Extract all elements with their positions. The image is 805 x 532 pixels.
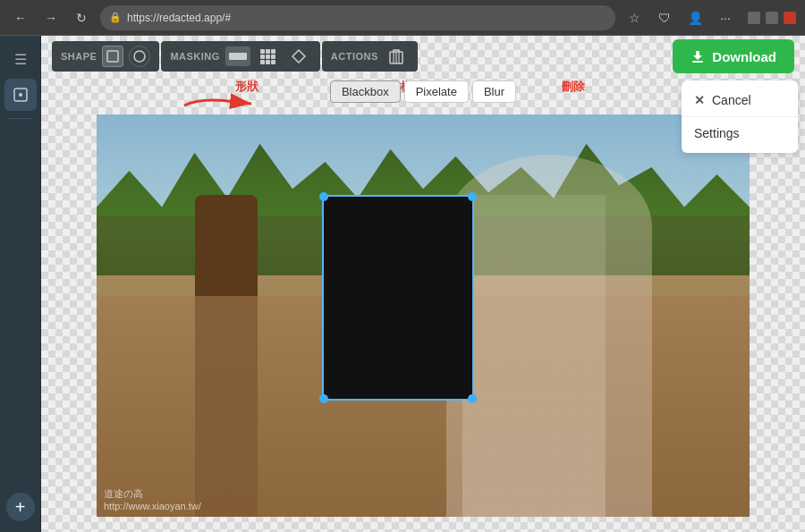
lock-icon: 🔒: [109, 12, 122, 23]
masking-diamond-button[interactable]: [286, 46, 311, 66]
image-canvas: 道途の高 http://www.xiaoyan.tw/: [97, 114, 750, 517]
cancel-item[interactable]: ✕ Cancel: [682, 88, 798, 113]
actions-label: ACTIONS: [331, 51, 378, 62]
cancel-label: Cancel: [712, 93, 751, 107]
pixelate-button[interactable]: Pixelate: [404, 80, 469, 103]
back-button[interactable]: ←: [9, 6, 32, 30]
bookmark-button[interactable]: ☆: [623, 6, 646, 30]
masking-section: MASKING: [161, 41, 319, 72]
masking-type-bar: Blackbox Pixelate Blur: [330, 80, 516, 103]
minimize-button[interactable]: [748, 12, 760, 24]
download-button[interactable]: Download: [673, 39, 794, 73]
side-panel: ✕ Cancel Settings: [682, 80, 798, 153]
blackbox-button[interactable]: Blackbox: [330, 80, 401, 103]
main-content: SHAPE MASKING: [41, 36, 805, 532]
delete-action-button[interactable]: [384, 46, 409, 66]
sidebar-pages-button[interactable]: ☰: [4, 43, 37, 75]
sidebar-edit-button[interactable]: [4, 79, 37, 111]
shape-rect-button[interactable]: [102, 46, 123, 67]
photo-background: 道途の高 http://www.xiaoyan.tw/: [97, 114, 750, 517]
watermark-line1: 道途の高: [104, 487, 201, 501]
panel-divider: [682, 116, 798, 117]
refresh-button[interactable]: ↻: [70, 6, 93, 30]
shape-label: SHAPE: [61, 51, 97, 62]
more-button[interactable]: ···: [714, 6, 737, 30]
shape-circle-button[interactable]: [129, 46, 150, 67]
forward-button[interactable]: →: [39, 6, 63, 30]
close-button[interactable]: [784, 12, 796, 24]
settings-label: Settings: [694, 126, 740, 140]
watermark-line2: http://www.xiaoyan.tw/: [104, 501, 201, 511]
download-label: Download: [712, 49, 776, 64]
profile-button[interactable]: 👤: [683, 6, 707, 30]
toolbar: SHAPE MASKING: [41, 36, 805, 77]
svg-point-1: [19, 93, 22, 97]
window-controls: [748, 12, 796, 24]
maximize-button[interactable]: [766, 12, 778, 24]
sidebar-add-button[interactable]: +: [6, 493, 35, 521]
url-text: https://redacted.app/#: [127, 12, 231, 24]
handle-bl[interactable]: [319, 394, 328, 403]
handle-tr[interactable]: [468, 192, 477, 201]
handle-tl[interactable]: [319, 192, 328, 201]
mask-box[interactable]: [322, 195, 474, 401]
shield-button[interactable]: 🛡: [653, 6, 676, 30]
sidebar: ☰ +: [0, 36, 41, 532]
arrow-annotation: [175, 79, 265, 127]
svg-point-4: [134, 51, 145, 62]
watermark: 道途の高 http://www.xiaoyan.tw/: [104, 487, 201, 511]
browser-chrome: ← → ↻ 🔒 https://redacted.app/# ☆ 🛡 👤 ···: [0, 0, 805, 36]
delete-annotation: 刪除: [562, 79, 585, 95]
handle-br[interactable]: [468, 394, 477, 403]
blur-button[interactable]: Blur: [472, 80, 516, 103]
shape-section: SHAPE: [52, 41, 159, 72]
cancel-x-icon: ✕: [694, 93, 705, 107]
masking-solid-button[interactable]: [225, 46, 250, 66]
actions-section: ACTIONS: [322, 41, 418, 72]
svg-rect-10: [692, 61, 703, 63]
svg-marker-5: [292, 50, 305, 63]
svg-rect-3: [107, 51, 118, 62]
masking-label: MASKING: [170, 51, 219, 62]
settings-item[interactable]: Settings: [682, 121, 798, 146]
masking-grid-button[interactable]: [256, 46, 281, 66]
address-bar[interactable]: 🔒 https://redacted.app/#: [100, 5, 615, 30]
sidebar-divider: [8, 118, 33, 119]
